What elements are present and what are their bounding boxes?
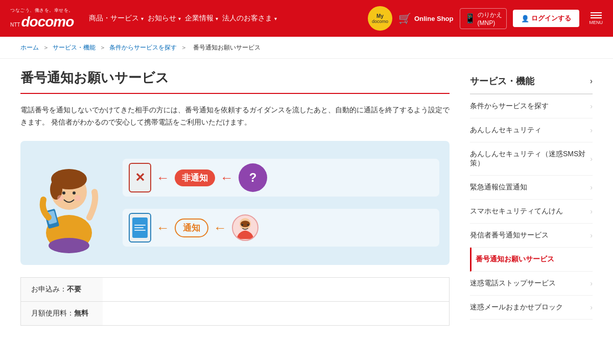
sidebar-item-spam-mail[interactable]: 迷惑メールおまかせブロック › xyxy=(470,296,593,320)
unknown-caller-icon: ? xyxy=(239,163,267,192)
nav-business[interactable]: 法人のお客さま ▾ xyxy=(222,14,277,23)
svg-point-6 xyxy=(57,195,63,201)
breadcrumb-search[interactable]: 条件からサービスを探す xyxy=(109,44,177,51)
menu-bar-icon xyxy=(591,15,602,16)
login-button[interactable]: 👤 ログインする xyxy=(513,10,579,27)
chevron-down-icon: ▾ xyxy=(141,16,144,21)
sidebar-item-smartphone-security[interactable]: スマホセキュリティてんけん › xyxy=(470,200,593,224)
nav-corporate[interactable]: 企業情報 ▾ xyxy=(185,14,218,23)
sidebar-title[interactable]: サービス・機能 › xyxy=(470,69,593,94)
sidebar-item-emergency[interactable]: 緊急通報位置通知 › xyxy=(470,176,593,200)
docomo-label: docomo xyxy=(372,19,388,24)
svg-point-13 xyxy=(242,224,244,226)
chevron-down-icon: ▾ xyxy=(178,16,181,21)
chevron-right-icon: › xyxy=(590,303,593,311)
norikai-link[interactable]: 📱 のりかえ(MNP) xyxy=(460,8,507,29)
svg-point-7 xyxy=(75,195,81,201)
page-title: 番号通知お願いサービス xyxy=(20,69,450,94)
known-caller-icon xyxy=(232,214,258,241)
sidebar-item-label: あんしんセキュリティ（迷惑SMS対策） xyxy=(470,150,590,168)
person-illustration xyxy=(31,151,112,255)
service-description: 電話番号を通知しないでかけてきた相手の方には、番号通知を依頼するガイダンスを流し… xyxy=(20,104,450,129)
red-arrow-icon-2: ← xyxy=(220,170,233,186)
person-svg xyxy=(31,151,107,253)
main-container: 番号通知お願いサービス 電話番号を通知しないでかけてきた相手の方には、番号通知を… xyxy=(0,59,613,336)
diagram-area: ✕ ← 非通知 ← ? xyxy=(20,141,450,265)
nav-products[interactable]: 商品・サービス ▾ xyxy=(89,14,144,23)
chevron-right-icon: › xyxy=(590,207,593,215)
sidebar-item-caller-id[interactable]: 発信者番号通知サービス › xyxy=(470,224,593,248)
sidebar-item-label: 条件からサービスを探す xyxy=(470,102,549,111)
sidebar: サービス・機能 › 条件からサービスを探す › あんしんセキュリティ › あんし… xyxy=(470,69,593,326)
sidebar-item-label: 迷惑電話ストップサービス xyxy=(470,279,556,288)
breadcrumb-separator: ＞ xyxy=(100,44,107,51)
sidebar-item-number-notice[interactable]: 番号通知お願いサービス xyxy=(470,248,593,272)
flow-allowed: ← 通知 ← xyxy=(123,209,439,247)
logo-tagline: つなごう、働きを。幸せを。 xyxy=(10,7,74,14)
menu-bar-icon xyxy=(591,17,602,18)
info-table: お申込み：不要 月額使用料：無料 xyxy=(20,277,450,326)
ntt-label: NTT xyxy=(10,22,20,28)
breadcrumb-separator: ＞ xyxy=(181,44,188,51)
site-header: つなごう、働きを。幸せを。 NTT docomo 商品・サービス ▾ お知らせ … xyxy=(0,0,613,37)
my-label: My xyxy=(376,13,384,19)
online-shop-link[interactable]: 🛒 Online Shop xyxy=(398,12,454,25)
login-icon: 👤 xyxy=(521,15,529,22)
main-nav: 商品・サービス ▾ お知らせ ▾ 企業情報 ▾ 法人のお客さま ▾ xyxy=(89,14,368,23)
table-row: 月額使用料：無料 xyxy=(21,302,449,325)
svg-point-14 xyxy=(247,224,249,226)
phone-transfer-icon: 📱 xyxy=(464,13,476,24)
svg-point-5 xyxy=(73,191,76,195)
sidebar-item-security[interactable]: あんしんセキュリティ › xyxy=(470,118,593,142)
cart-icon: 🛒 xyxy=(398,12,411,25)
chevron-right-icon: › xyxy=(590,126,593,134)
breadcrumb-home[interactable]: ホーム xyxy=(20,44,39,51)
content-area: 番号通知お願いサービス 電話番号を通知しないでかけてきた相手の方には、番号通知を… xyxy=(20,69,450,326)
orange-arrow-icon-2: ← xyxy=(214,220,227,236)
table-row: お申込み：不要 xyxy=(21,278,449,302)
allowed-phone-icon xyxy=(129,213,151,242)
chevron-right-icon: › xyxy=(590,102,593,110)
application-info: お申込み：不要 xyxy=(21,278,103,301)
my-docomo-button[interactable]: My docomo xyxy=(368,6,392,31)
sidebar-item-security-sms[interactable]: あんしんセキュリティ（迷惑SMS対策） › xyxy=(470,142,593,176)
sidebar-item-label: 緊急通報位置通知 xyxy=(470,183,527,192)
breadcrumb-separator: ＞ xyxy=(43,44,51,51)
svg-point-10 xyxy=(49,238,89,253)
hitsuchi-label: 非通知 xyxy=(175,169,215,186)
chevron-right-icon: › xyxy=(590,231,593,239)
menu-button[interactable]: MENU xyxy=(590,12,603,25)
tsuchi-label: 通知 xyxy=(175,219,208,237)
chevron-right-icon: › xyxy=(590,279,593,287)
sidebar-item-nuisance-stop[interactable]: 迷惑電話ストップサービス › xyxy=(470,272,593,296)
sidebar-item-label: スマホセキュリティてんけん xyxy=(470,207,563,216)
red-arrow-icon: ← xyxy=(156,170,170,186)
chevron-right-icon: › xyxy=(590,155,593,163)
sidebar-title-label: サービス・機能 xyxy=(470,75,534,87)
docomo-logo: docomo xyxy=(21,14,74,30)
sidebar-item-label: 番号通知お願いサービス xyxy=(476,255,554,264)
orange-arrow-icon: ← xyxy=(156,220,170,236)
sidebar-item-label: あんしんセキュリティ xyxy=(470,126,541,135)
sidebar-item-search[interactable]: 条件からサービスを探す › xyxy=(470,94,593,118)
logo-area: つなごう、働きを。幸せを。 NTT docomo xyxy=(10,7,74,30)
breadcrumb-services[interactable]: サービス・機能 xyxy=(53,44,96,51)
norikai-label: のりかえ(MNP) xyxy=(478,11,502,27)
header-right: My docomo 🛒 Online Shop 📱 のりかえ(MNP) 👤 ログ… xyxy=(368,6,603,31)
blocked-phone-icon: ✕ xyxy=(129,163,151,192)
chevron-down-icon: ▾ xyxy=(216,16,218,21)
chevron-right-icon: › xyxy=(590,183,593,191)
chevron-down-icon: ▾ xyxy=(274,16,277,21)
nav-news[interactable]: お知らせ ▾ xyxy=(148,14,181,23)
online-shop-label: Online Shop xyxy=(414,15,454,22)
svg-point-4 xyxy=(62,191,65,195)
chevron-right-icon: › xyxy=(590,77,593,86)
price-info: 月額使用料：無料 xyxy=(21,302,103,325)
breadcrumb: ホーム ＞ サービス・機能 ＞ 条件からサービスを探す ＞ 番号通知お願いサービ… xyxy=(0,37,613,59)
diagram-inner: ✕ ← 非通知 ← ? xyxy=(31,151,439,255)
menu-label: MENU xyxy=(590,20,603,25)
svg-point-12 xyxy=(241,221,250,227)
flow-blocked: ✕ ← 非通知 ← ? xyxy=(123,159,439,197)
flow-diagrams: ✕ ← 非通知 ← ? xyxy=(123,159,439,247)
known-person-svg xyxy=(233,214,257,241)
